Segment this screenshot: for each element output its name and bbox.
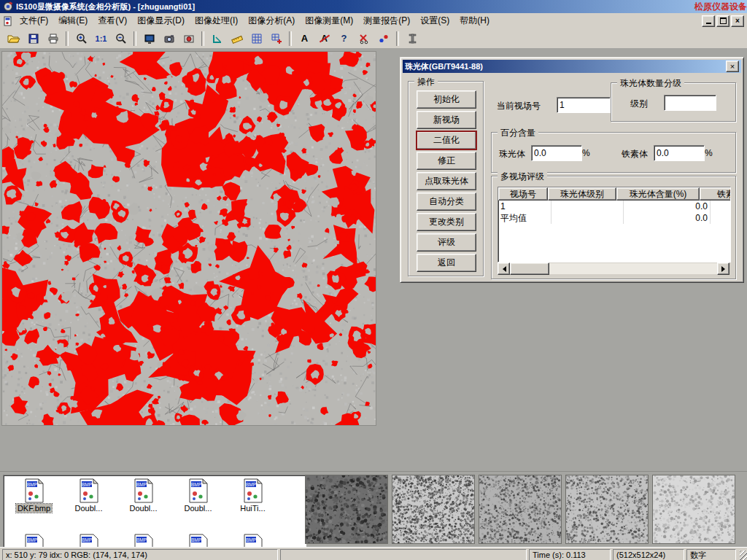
help-icon: ?	[341, 33, 347, 44]
scroll-right-button[interactable]	[717, 262, 729, 275]
mdi-restore-button[interactable]	[716, 15, 729, 27]
scroll-left-button[interactable]	[498, 262, 510, 275]
zoom-out-button[interactable]	[112, 30, 130, 47]
dialog-title: 珠光体(GB/T9441-88)	[405, 61, 726, 72]
mdi-document-icon[interactable]	[3, 16, 13, 26]
operation-button[interactable]: 返回	[417, 254, 476, 272]
thumbnail-image[interactable]	[479, 475, 562, 544]
save-floppy-icon	[28, 33, 39, 44]
field-number-cell: 平均值	[498, 212, 551, 224]
grading-group-label: 珠光体数量分级	[617, 77, 684, 90]
dialog-close-button[interactable]: ×	[726, 61, 739, 72]
close-icon: ×	[735, 18, 740, 25]
column-field-number[interactable]: 视场号	[498, 187, 548, 201]
capture-icon	[183, 33, 195, 44]
text-annotation-button[interactable]: A	[295, 30, 314, 47]
column-pearlite-content[interactable]: 珠光体含量(%)	[616, 187, 700, 201]
file-list[interactable]: BMP DKF.bmp BMP	[3, 475, 306, 549]
operation-button[interactable]: 初始化	[417, 90, 476, 109]
table-row[interactable]: 平均值 0.0	[498, 212, 730, 224]
file-item[interactable]: BMP HuiTi...	[225, 478, 280, 529]
thumbnail-image[interactable]	[652, 475, 735, 544]
file-item[interactable]: BMP DKF.bmp	[7, 478, 61, 529]
text-delete-button[interactable]: A	[315, 30, 333, 47]
bmp-file-icon: BMP	[78, 478, 100, 503]
thumbnail-image[interactable]	[305, 475, 388, 544]
ferrite-unit: %	[705, 148, 713, 158]
menu-item[interactable]: 设置(S)	[415, 12, 454, 29]
level-input[interactable]	[664, 95, 716, 111]
percent-group: 百分含量 珠光体 % 铁素体 %	[491, 132, 736, 173]
pearlite-percent-input[interactable]	[531, 145, 582, 161]
mdi-close-button[interactable]: ×	[731, 15, 744, 27]
file-item[interactable]: BMP Doubl...	[61, 478, 116, 529]
color-points-button[interactable]	[374, 30, 392, 47]
field-number-cell: 1	[498, 201, 551, 212]
operation-button[interactable]: 点取珠光体	[417, 172, 476, 190]
rating-table[interactable]: 视场号 珠光体级别 珠光体含量(%) 铁素 1 0.0	[498, 187, 731, 262]
measure-ruler-button[interactable]	[228, 30, 246, 47]
actual-size-button[interactable]: 1:1	[92, 30, 110, 47]
app-icon	[3, 1, 13, 12]
scrollbar-thumb[interactable]	[510, 262, 549, 275]
calibrate-grid-button[interactable]	[247, 30, 266, 47]
status-bar: x: 510 y: 79 idx: 0 RGB: (174, 174, 174)…	[0, 547, 747, 560]
thumbnail-image[interactable]	[565, 475, 649, 544]
menu-item[interactable]: 图像处理(I)	[190, 12, 243, 29]
operation-button[interactable]: 修正	[417, 152, 476, 170]
menu-item[interactable]: 测量报告(P)	[358, 12, 415, 29]
thumbnail-image[interactable]	[392, 475, 475, 544]
capture-button[interactable]	[179, 30, 198, 47]
operation-button[interactable]: 新视场	[417, 111, 476, 129]
text-tool-icon: A	[301, 33, 308, 44]
menu-item[interactable]: 文件(F)	[15, 12, 53, 29]
pearlite-content-cell: 0.0	[624, 212, 711, 224]
svg-text:BMP: BMP	[136, 537, 146, 542]
help-button[interactable]: ?	[335, 30, 353, 47]
dialog-title-bar[interactable]: 珠光体(GB/T9441-88) ×	[403, 60, 741, 73]
print-button[interactable]	[44, 30, 62, 47]
brand-text: 松原仪器设备	[694, 1, 747, 13]
svg-text:BMP: BMP	[245, 537, 255, 542]
video-preview-button[interactable]	[140, 30, 158, 47]
mdi-window-controls: ×	[702, 15, 744, 27]
svg-text:BMP: BMP	[245, 482, 255, 487]
pearlite-dialog: 珠光体(GB/T9441-88) × 操作 初始化 新视场 二值化 修正	[400, 57, 744, 283]
toolbar-separator	[396, 31, 399, 46]
file-name: Doubl...	[128, 504, 159, 513]
open-button[interactable]	[4, 30, 23, 47]
operation-button[interactable]: 评级	[417, 233, 476, 252]
mdi-minimize-button[interactable]	[702, 15, 715, 27]
table-horizontal-scrollbar[interactable]	[498, 263, 729, 274]
file-item[interactable]: BMP Doubl...	[171, 478, 225, 529]
operation-group-label: 操作	[414, 76, 438, 88]
svg-text:BMP: BMP	[26, 537, 36, 542]
grid-add-button[interactable]	[267, 30, 285, 47]
column-pearlite-grade[interactable]: 珠光体级别	[548, 187, 616, 201]
menu-item[interactable]: 图像分析(A)	[243, 12, 300, 29]
menu-item[interactable]: 查看(V)	[93, 12, 132, 29]
menu-item[interactable]: 图像显示(D)	[132, 12, 190, 29]
zoom-in-button[interactable]	[72, 30, 90, 47]
current-field-input[interactable]	[557, 97, 611, 113]
measure-caliper-button[interactable]	[208, 30, 226, 47]
operation-button[interactable]: 更改类别	[417, 213, 476, 231]
operation-button[interactable]: 自动分类	[417, 192, 476, 211]
table-row[interactable]: 1 0.0	[498, 201, 730, 212]
file-item[interactable]: BMP Doubl...	[116, 478, 171, 529]
thumbnail-strip	[305, 475, 735, 544]
operation-button[interactable]: 二值化	[417, 131, 476, 149]
micrograph-image[interactable]	[1, 51, 376, 426]
camera-button[interactable]	[160, 30, 178, 47]
menu-item[interactable]: 编辑(E)	[53, 12, 93, 29]
multi-field-group-label: 多视场评级	[498, 171, 547, 183]
stand-button[interactable]	[403, 30, 421, 47]
cursor-position-status: x: 510 y: 79 idx: 0 RGB: (174, 174, 174)	[2, 549, 278, 560]
save-button[interactable]	[24, 30, 42, 47]
cut-region-button[interactable]	[355, 30, 373, 47]
resize-grip[interactable]	[740, 551, 747, 560]
menu-item[interactable]: 图像测量(M)	[300, 12, 358, 29]
ferrite-percent-input[interactable]	[654, 145, 705, 161]
column-ferrite[interactable]: 铁素	[700, 187, 731, 201]
menu-item[interactable]: 帮助(H)	[454, 12, 495, 29]
